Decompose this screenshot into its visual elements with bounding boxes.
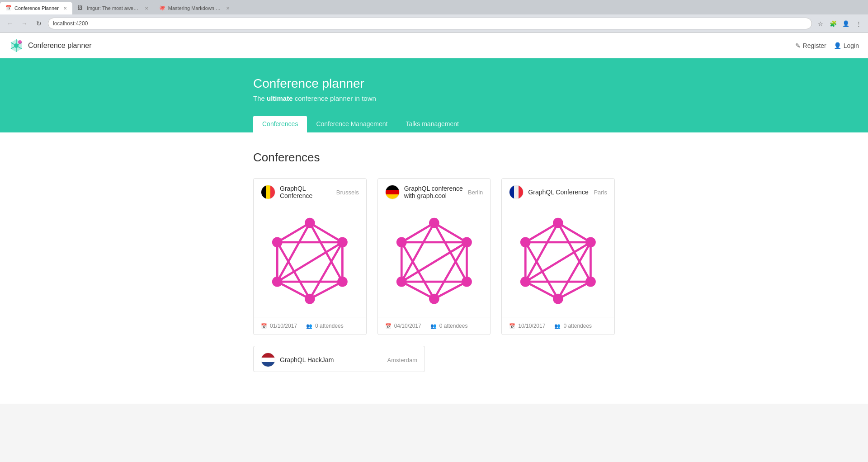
card-header-left-brussels: GraphQL Conference [261, 185, 336, 199]
card-header-berlin: GraphQL conference with graph.cool Berli… [378, 179, 491, 204]
subtitle-suffix: conference planner in town [293, 94, 376, 102]
attendees-icon-brussels: 👥 [306, 323, 312, 329]
svg-point-59 [585, 277, 596, 287]
browser-tab-2[interactable]: 🖼 Imgur: The most awesome i... ✕ [72, 2, 154, 14]
tab-favicon-3: 🐙 [159, 5, 165, 11]
svg-point-39 [462, 237, 472, 248]
browser-toolbar: ← → ↻ localhost:4200 ☆ 🧩 👤 ⋮ [0, 14, 868, 33]
back-button[interactable]: ← [5, 18, 15, 29]
flag-berlin [385, 185, 400, 199]
subtitle-prefix: The [253, 94, 267, 102]
date-berlin: 04/10/2017 [394, 323, 421, 329]
attendees-berlin: 0 attendees [439, 323, 468, 329]
footer-attendees-berlin: 👥 0 attendees [430, 323, 468, 329]
conference-card-amsterdam[interactable]: GraphQL HackJam Amsterdam [253, 346, 425, 372]
svg-point-38 [429, 218, 439, 228]
hero-title: Conference planner [253, 76, 615, 91]
conference-card-brussels[interactable]: GraphQL Conference Brussels .gql-line{st… [253, 178, 367, 335]
attendees-brussels: 0 attendees [315, 323, 344, 329]
logo-icon [9, 38, 24, 53]
hero-banner: Conference planner The ultimate conferen… [0, 58, 868, 132]
date-paris: 10/10/2017 [518, 323, 545, 329]
login-link[interactable]: 👤 Login [834, 42, 859, 49]
svg-point-40 [462, 277, 472, 287]
tab-title-2: Imgur: The most awesome i... [87, 5, 140, 11]
card-header-paris: GraphQL Conference Paris [502, 179, 614, 204]
flag-paris [509, 185, 524, 199]
content-inner: Conferences GraphQL Conference [163, 151, 705, 372]
card-footer-berlin: 📅 04/10/2017 👥 0 attendees [378, 317, 491, 335]
forward-button[interactable]: → [19, 18, 30, 29]
menu-icon[interactable]: ⋮ [854, 19, 863, 28]
app-nav-right: ✎ Register 👤 Login [795, 42, 859, 49]
svg-point-62 [520, 237, 531, 248]
card-header-amsterdam: GraphQL HackJam Amsterdam [254, 346, 425, 372]
login-label: Login [844, 42, 859, 49]
card-header-left-amsterdam: GraphQL HackJam [261, 353, 334, 367]
register-link[interactable]: ✎ Register [795, 42, 826, 49]
conference-city-berlin: Berlin [468, 189, 483, 196]
tab-close-2[interactable]: ✕ [145, 6, 148, 11]
tab-close-3[interactable]: ✕ [226, 6, 230, 11]
card-header-left-berlin: GraphQL conference with graph.cool [385, 185, 468, 199]
browser-tab-1[interactable]: 📅 Conference Planner ✕ [0, 2, 72, 14]
attendees-icon-paris: 👥 [554, 323, 561, 329]
register-label: Register [803, 42, 826, 49]
svg-point-22 [305, 294, 315, 304]
browser-tab-3[interactable]: 🐙 Mastering Markdown · GitH... ✕ [154, 2, 235, 14]
tab-title-3: Mastering Markdown · GitH... [168, 5, 222, 11]
svg-point-23 [272, 277, 283, 287]
conference-name-berlin: GraphQL conference with graph.cool [404, 185, 468, 199]
footer-date-paris: 📅 10/10/2017 [509, 323, 545, 329]
date-brussels: 01/10/2017 [270, 323, 297, 329]
svg-point-60 [553, 294, 563, 304]
svg-point-21 [337, 277, 348, 287]
address-bar[interactable]: localhost:4200 [48, 18, 812, 29]
register-icon: ✎ [795, 42, 801, 49]
svg-point-24 [272, 237, 283, 248]
card-footer-paris: 📅 10/10/2017 👥 0 attendees [502, 317, 614, 335]
conference-card-paris[interactable]: GraphQL Conference Paris .gql-line{strok… [501, 178, 615, 335]
app-navbar: Conference planner ✎ Register 👤 Login [0, 33, 868, 58]
refresh-button[interactable]: ↻ [33, 18, 44, 29]
browser-tabs: 📅 Conference Planner ✕ 🖼 Imgur: The most… [0, 0, 868, 14]
svg-point-19 [305, 218, 315, 228]
section-title: Conferences [253, 151, 615, 165]
tab-conferences[interactable]: Conferences [253, 116, 307, 133]
flag-amsterdam [261, 353, 275, 367]
app-logo: Conference planner [9, 38, 92, 53]
footer-attendees-paris: 👥 0 attendees [554, 323, 592, 329]
profile-icon[interactable]: 👤 [841, 19, 851, 28]
card-image-brussels: .gql-line{stroke:#e535ab;stroke-width:5;… [254, 204, 366, 317]
tab-favicon-2: 🖼 [78, 5, 84, 11]
partial-card-row: GraphQL HackJam Amsterdam [253, 346, 615, 372]
address-text: localhost:4200 [53, 20, 88, 27]
svg-point-58 [585, 237, 596, 248]
card-header-brussels: GraphQL Conference Brussels [254, 179, 366, 204]
tab-close-1[interactable]: ✕ [63, 6, 67, 11]
flag-brussels [261, 185, 275, 199]
tab-talks-management[interactable]: Talks management [396, 116, 468, 133]
footer-date-brussels: 📅 01/10/2017 [261, 323, 297, 329]
conference-city-paris: Paris [594, 189, 607, 196]
conference-name-brussels: GraphQL Conference [280, 185, 336, 199]
card-footer-brussels: 📅 01/10/2017 👥 0 attendees [254, 317, 366, 335]
conference-grid: GraphQL Conference Brussels .gql-line{st… [253, 178, 615, 335]
svg-point-41 [429, 294, 439, 304]
conference-card-berlin[interactable]: GraphQL conference with graph.cool Berli… [377, 178, 491, 335]
conference-city-brussels: Brussels [336, 189, 359, 196]
login-icon: 👤 [834, 42, 841, 49]
calendar-icon-paris: 📅 [509, 323, 515, 329]
card-image-berlin: .gql-line{stroke:#e535ab;stroke-width:5;… [378, 204, 491, 317]
browser-chrome: 📅 Conference Planner ✕ 🖼 Imgur: The most… [0, 0, 868, 33]
svg-point-42 [396, 277, 407, 287]
app-logo-text: Conference planner [28, 42, 92, 50]
main-content: Conferences GraphQL Conference [0, 132, 868, 404]
calendar-icon-brussels: 📅 [261, 323, 267, 329]
hero-tabs: Conferences Conference Management Talks … [253, 116, 615, 132]
extensions-icon[interactable]: 🧩 [828, 19, 838, 28]
footer-date-berlin: 📅 04/10/2017 [385, 323, 421, 329]
svg-point-57 [553, 218, 563, 228]
tab-conference-management[interactable]: Conference Management [307, 116, 396, 133]
bookmark-icon[interactable]: ☆ [816, 19, 826, 28]
